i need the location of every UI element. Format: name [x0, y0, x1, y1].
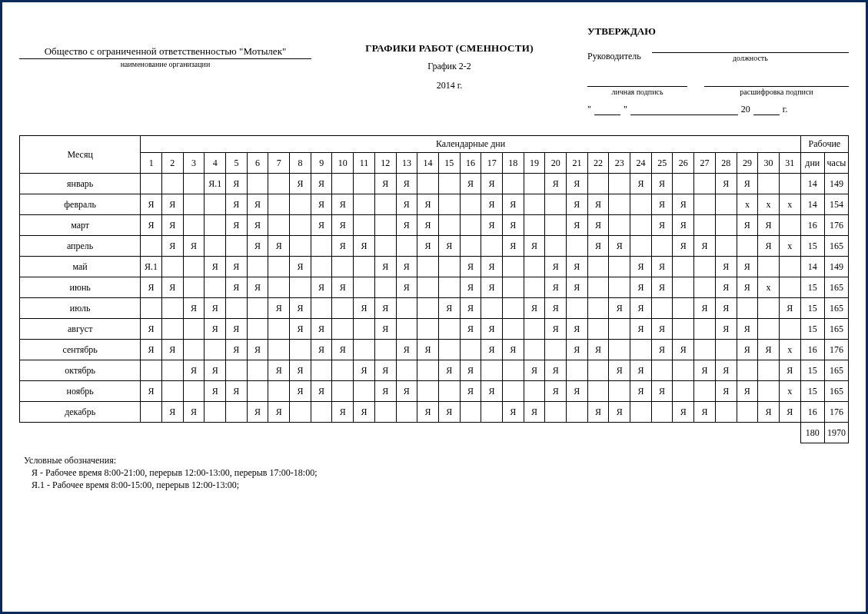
day-cell — [651, 402, 673, 423]
day-cell — [567, 360, 588, 381]
month-cell: январь — [20, 174, 141, 194]
day-cell — [460, 215, 481, 236]
day-cell — [630, 402, 652, 423]
day-cell — [545, 194, 567, 215]
day-cell: Я — [651, 194, 673, 215]
day-cell: Я — [161, 236, 183, 257]
day-cell — [205, 402, 226, 423]
date-quote-close: " — [624, 104, 627, 115]
day-cell — [396, 236, 417, 257]
day-cell — [354, 381, 375, 402]
day-cell — [374, 277, 396, 298]
day-cell — [417, 174, 439, 194]
day-cell: Я — [332, 194, 354, 215]
work-days-cell: 15 — [800, 277, 824, 298]
day-cell — [332, 298, 354, 319]
day-cell: Я — [737, 174, 758, 194]
day-cell — [715, 194, 737, 215]
legend-item: Я.1 - Рабочее время 8:00-15:00, перерыв … — [32, 479, 849, 491]
day-cell — [758, 360, 780, 381]
work-days-cell: 16 — [800, 340, 824, 360]
day-cell: Я — [715, 360, 737, 381]
day-cell: Я — [545, 174, 567, 194]
day-cell — [396, 360, 417, 381]
day-cell — [673, 381, 694, 402]
day-cell: Я — [438, 236, 460, 257]
day-cell: Я — [758, 402, 780, 423]
day-cell: Я — [567, 277, 588, 298]
day-cell — [694, 381, 716, 402]
day-cell: Я — [587, 402, 609, 423]
day-cell — [524, 174, 545, 194]
total-hours: 1970 — [824, 423, 848, 443]
signature-caption: личная подпись — [587, 88, 687, 96]
day-cell: Я — [481, 257, 503, 277]
day-cell — [438, 340, 460, 360]
day-cell: Я — [396, 257, 417, 277]
day-cell — [183, 215, 205, 236]
day-cell — [609, 277, 630, 298]
day-cell: Я — [438, 402, 460, 423]
work-hours-cell: 165 — [824, 298, 848, 319]
work-hours-cell: 149 — [824, 174, 848, 194]
day-cell — [354, 215, 375, 236]
day-cell — [737, 402, 758, 423]
day-cell: Я — [524, 236, 545, 257]
legend-item: Я - Рабочее время 8:00-21:00, перерыв 12… — [32, 466, 849, 479]
org-block: Общество с ограниченной ответственностью… — [19, 45, 311, 68]
day-cell: Я — [290, 298, 311, 319]
day-cell — [205, 215, 226, 236]
day-cell — [141, 174, 162, 194]
day-cell: Я — [524, 298, 545, 319]
day-cell: Я — [587, 215, 609, 236]
day-cell — [502, 257, 524, 277]
day-cell: Я — [374, 319, 396, 340]
day-cell: Я — [673, 402, 694, 423]
day-cell — [268, 257, 290, 277]
day-cell — [438, 257, 460, 277]
day-cell: Я — [673, 215, 694, 236]
day-number: 28 — [715, 153, 737, 174]
day-cell: Я — [311, 215, 332, 236]
day-cell: Я — [502, 215, 524, 236]
month-cell: апрель — [20, 236, 141, 257]
day-cell — [141, 298, 162, 319]
day-cell — [396, 319, 417, 340]
day-cell: Я — [354, 236, 375, 257]
day-cell: Я — [183, 236, 205, 257]
day-cell — [417, 298, 439, 319]
day-cell — [481, 402, 503, 423]
month-cell: октябрь — [20, 360, 141, 381]
legend-title: Условные обозначения: — [24, 454, 849, 466]
day-cell: Я — [630, 360, 652, 381]
day-cell: Я — [268, 360, 290, 381]
total-days: 180 — [800, 423, 824, 443]
approve-title: УТВЕРЖДАЮ — [587, 25, 849, 38]
day-cell — [502, 174, 524, 194]
day-cell — [502, 319, 524, 340]
day-cell — [609, 257, 630, 277]
day-cell: Я — [694, 360, 716, 381]
work-days-cell: 15 — [800, 381, 824, 402]
day-cell: х — [779, 340, 800, 360]
day-cell — [567, 298, 588, 319]
date-year-line — [753, 105, 780, 115]
day-cell — [715, 236, 737, 257]
day-cell — [460, 194, 481, 215]
day-number: 17 — [481, 153, 503, 174]
day-cell: Я — [268, 236, 290, 257]
day-cell — [268, 381, 290, 402]
day-cell: Я — [290, 381, 311, 402]
day-cell: Я — [737, 277, 758, 298]
day-cell — [694, 174, 716, 194]
day-cell — [247, 257, 268, 277]
day-cell: Я — [545, 360, 567, 381]
day-cell: Я — [715, 319, 737, 340]
day-number: 14 — [417, 153, 439, 174]
day-cell — [524, 319, 545, 340]
day-number: 24 — [630, 153, 652, 174]
day-cell: Я — [354, 360, 375, 381]
day-cell — [268, 194, 290, 215]
day-cell: Я — [567, 174, 588, 194]
day-cell: Я — [609, 360, 630, 381]
